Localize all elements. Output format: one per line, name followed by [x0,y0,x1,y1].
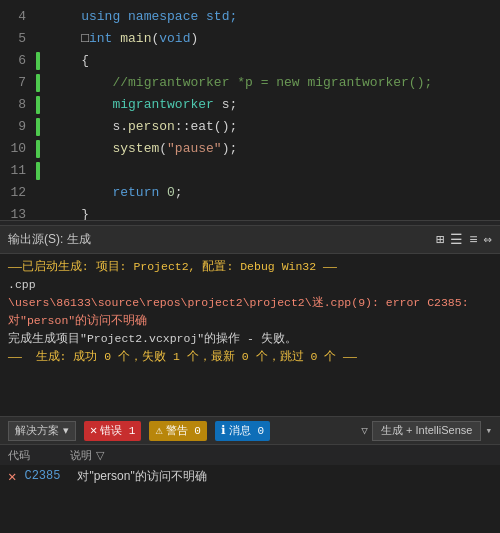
col-desc: 说明 [70,448,92,463]
code-token: system [112,141,159,156]
code-token: ); [222,141,238,156]
code-token [50,163,81,178]
toolbar-icon-1[interactable]: ⊞ [436,231,444,248]
output-toolbar-icons: ⊞ ☰ ≡ ⇔ [436,231,492,248]
code-token: ::eat(); [175,119,237,134]
col-code: 代码 [8,448,30,463]
code-line: 11 [0,160,500,182]
code-editor[interactable]: 4 using namespace std;5 □int main(void)6… [0,0,500,220]
code-token: void [159,31,190,46]
code-token: 0 [167,185,175,200]
info-icon: ℹ [221,423,226,438]
code-line: 4 using namespace std; [0,6,500,28]
code-content: { [42,50,89,72]
col-sort-icon[interactable]: ▽ [96,449,104,462]
output-label: 输出源(S): 生成 [8,231,91,248]
gutter-indicator [36,118,40,136]
output-line: \users\86133\source\repos\project2\proje… [8,294,492,330]
error-list-header: 代码 说明 ▽ [0,445,500,465]
toolbar-icon-3[interactable]: ≡ [469,232,477,248]
code-token: { [50,53,89,68]
code-token [50,75,112,90]
solution-chevron-icon: ▾ [63,424,69,437]
code-line: 10 system("pause"); [0,138,500,160]
info-count: 消息 0 [229,423,264,438]
warning-count: 警告 0 [166,423,201,438]
error-toolbar: 解决方案 ▾ ✕ 错误 1 ⚠ 警告 0 ℹ 消息 0 ▽ 生成 + Intel… [0,417,500,445]
gutter-indicator [36,96,40,114]
code-token [50,9,81,24]
code-token: migrantworker [112,97,213,112]
line-number: 6 [0,50,36,72]
code-content: return 0; [42,182,183,204]
code-content: migrantworker s; [42,94,237,116]
build-intellisense-btn[interactable]: 生成 + IntelliSense [372,421,481,441]
solution-label: 解决方案 [15,423,59,438]
error-panel: 解决方案 ▾ ✕ 错误 1 ⚠ 警告 0 ℹ 消息 0 ▽ 生成 + Intel… [0,416,500,511]
output-line: ——已启动生成: 项目: Project2, 配置: Debug Win32 —… [8,258,492,276]
line-number: 9 [0,116,36,138]
code-token: //migrantworker *p = new migrantworker()… [112,75,432,90]
error-badge[interactable]: ✕ 错误 1 [84,421,141,441]
code-content: s.person::eat(); [42,116,237,138]
gutter-indicator [36,162,40,180]
line-number: 7 [0,72,36,94]
code-lines: 4 using namespace std;5 □int main(void)6… [0,0,500,220]
code-line: 5 □int main(void) [0,28,500,50]
code-token [50,97,112,112]
info-badge[interactable]: ℹ 消息 0 [215,421,270,441]
code-token: int [89,31,112,46]
line-number: 10 [0,138,36,160]
output-line: 完成生成项目"Project2.vcxproj"的操作 - 失败。 [8,330,492,348]
code-line: 8 migrantworker s; [0,94,500,116]
code-content: using namespace std; [42,6,237,28]
output-content: ——已启动生成: 项目: Project2, 配置: Debug Win32 —… [0,254,500,370]
toolbar-icon-4[interactable]: ⇔ [484,231,492,248]
output-toolbar: 输出源(S): 生成 ⊞ ☰ ≡ ⇔ [0,226,500,254]
code-token: ; [175,185,183,200]
code-token: person [128,119,175,134]
warning-icon: ⚠ [155,423,162,438]
gutter-indicator [36,52,40,70]
code-token: s. [50,119,128,134]
code-content: □int main(void) [42,28,198,50]
gutter-indicator [36,140,40,158]
code-content: system("pause"); [42,138,237,160]
filter-icon: ▽ [361,424,368,437]
code-content: //migrantworker *p = new migrantworker()… [42,72,432,94]
code-token: main [120,31,151,46]
code-token [50,185,112,200]
code-token: □ [50,31,89,46]
code-token: using namespace std; [81,9,237,24]
output-line: —— 生成: 成功 0 个，失败 1 个，最新 0 个，跳过 0 个 —— [8,348,492,366]
error-row-code: C2385 [24,469,69,483]
code-token: ( [159,141,167,156]
code-token: s; [214,97,237,112]
code-line: 9 s.person::eat(); [0,116,500,138]
warning-badge[interactable]: ⚠ 警告 0 [149,421,206,441]
code-content [42,160,81,182]
error-row-icon: ✕ [8,468,16,485]
line-number: 4 [0,6,36,28]
output-panel: 输出源(S): 生成 ⊞ ☰ ≡ ⇔ ——已启动生成: 项目: Project2… [0,226,500,416]
error-panel-right: ▽ 生成 + IntelliSense ▾ [361,421,492,441]
code-token [159,185,167,200]
code-line: 12 return 0; [0,182,500,204]
error-row-message: 对"person"的访问不明确 [77,468,206,485]
code-token: return [112,185,159,200]
code-token [50,141,112,156]
code-token: } [50,207,89,220]
line-number: 12 [0,182,36,204]
code-line: 7 //migrantworker *p = new migrantworker… [0,72,500,94]
error-list-item[interactable]: ✕ C2385 对"person"的访问不明确 [0,465,500,487]
toolbar-icon-2[interactable]: ☰ [450,231,463,248]
error-icon: ✕ [90,423,97,438]
code-content: } [42,204,89,220]
solution-dropdown[interactable]: 解决方案 ▾ [8,421,76,441]
line-number: 11 [0,160,36,182]
code-token: ) [190,31,198,46]
code-line: 13 } [0,204,500,220]
line-number: 8 [0,94,36,116]
build-chevron-icon: ▾ [485,424,492,437]
build-intellisense-label: 生成 + IntelliSense [381,424,472,436]
